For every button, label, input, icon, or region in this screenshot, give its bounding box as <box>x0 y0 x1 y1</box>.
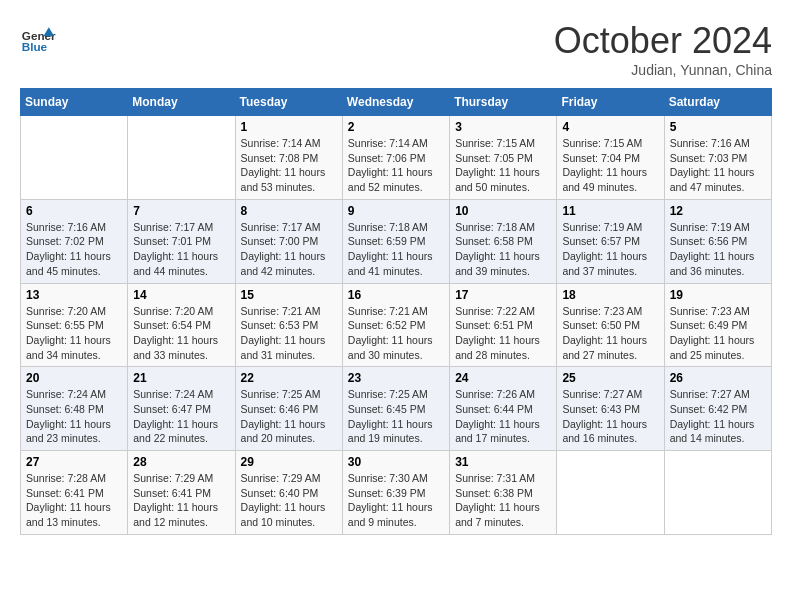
day-number: 30 <box>348 455 444 469</box>
calendar-cell: 9 Sunrise: 7:18 AMSunset: 6:59 PMDayligh… <box>342 199 449 283</box>
calendar-cell: 25 Sunrise: 7:27 AMSunset: 6:43 PMDaylig… <box>557 367 664 451</box>
day-number: 21 <box>133 371 229 385</box>
day-info: Sunrise: 7:16 AMSunset: 7:02 PMDaylight:… <box>26 221 111 277</box>
calendar-cell: 21 Sunrise: 7:24 AMSunset: 6:47 PMDaylig… <box>128 367 235 451</box>
calendar-cell: 7 Sunrise: 7:17 AMSunset: 7:01 PMDayligh… <box>128 199 235 283</box>
calendar-cell: 12 Sunrise: 7:19 AMSunset: 6:56 PMDaylig… <box>664 199 771 283</box>
calendar-table: SundayMondayTuesdayWednesdayThursdayFrid… <box>20 88 772 535</box>
calendar-cell: 10 Sunrise: 7:18 AMSunset: 6:58 PMDaylig… <box>450 199 557 283</box>
day-number: 6 <box>26 204 122 218</box>
day-number: 5 <box>670 120 766 134</box>
calendar-cell: 20 Sunrise: 7:24 AMSunset: 6:48 PMDaylig… <box>21 367 128 451</box>
day-number: 7 <box>133 204 229 218</box>
calendar-cell <box>557 451 664 535</box>
day-number: 10 <box>455 204 551 218</box>
day-number: 26 <box>670 371 766 385</box>
day-info: Sunrise: 7:19 AMSunset: 6:56 PMDaylight:… <box>670 221 755 277</box>
calendar-cell: 6 Sunrise: 7:16 AMSunset: 7:02 PMDayligh… <box>21 199 128 283</box>
day-number: 12 <box>670 204 766 218</box>
calendar-week-row: 13 Sunrise: 7:20 AMSunset: 6:55 PMDaylig… <box>21 283 772 367</box>
day-info: Sunrise: 7:21 AMSunset: 6:53 PMDaylight:… <box>241 305 326 361</box>
calendar-cell: 30 Sunrise: 7:30 AMSunset: 6:39 PMDaylig… <box>342 451 449 535</box>
calendar-cell: 19 Sunrise: 7:23 AMSunset: 6:49 PMDaylig… <box>664 283 771 367</box>
calendar-cell: 24 Sunrise: 7:26 AMSunset: 6:44 PMDaylig… <box>450 367 557 451</box>
day-info: Sunrise: 7:20 AMSunset: 6:54 PMDaylight:… <box>133 305 218 361</box>
calendar-cell: 16 Sunrise: 7:21 AMSunset: 6:52 PMDaylig… <box>342 283 449 367</box>
day-info: Sunrise: 7:29 AMSunset: 6:41 PMDaylight:… <box>133 472 218 528</box>
day-number: 31 <box>455 455 551 469</box>
day-number: 4 <box>562 120 658 134</box>
day-info: Sunrise: 7:16 AMSunset: 7:03 PMDaylight:… <box>670 137 755 193</box>
day-info: Sunrise: 7:18 AMSunset: 6:58 PMDaylight:… <box>455 221 540 277</box>
calendar-week-row: 20 Sunrise: 7:24 AMSunset: 6:48 PMDaylig… <box>21 367 772 451</box>
calendar-cell: 3 Sunrise: 7:15 AMSunset: 7:05 PMDayligh… <box>450 116 557 200</box>
day-info: Sunrise: 7:15 AMSunset: 7:04 PMDaylight:… <box>562 137 647 193</box>
day-number: 24 <box>455 371 551 385</box>
day-number: 11 <box>562 204 658 218</box>
day-info: Sunrise: 7:23 AMSunset: 6:49 PMDaylight:… <box>670 305 755 361</box>
calendar-cell <box>21 116 128 200</box>
day-number: 18 <box>562 288 658 302</box>
day-header-friday: Friday <box>557 89 664 116</box>
day-info: Sunrise: 7:18 AMSunset: 6:59 PMDaylight:… <box>348 221 433 277</box>
day-info: Sunrise: 7:29 AMSunset: 6:40 PMDaylight:… <box>241 472 326 528</box>
day-number: 25 <box>562 371 658 385</box>
day-info: Sunrise: 7:27 AMSunset: 6:42 PMDaylight:… <box>670 388 755 444</box>
day-info: Sunrise: 7:14 AMSunset: 7:06 PMDaylight:… <box>348 137 433 193</box>
calendar-cell: 22 Sunrise: 7:25 AMSunset: 6:46 PMDaylig… <box>235 367 342 451</box>
day-number: 20 <box>26 371 122 385</box>
day-info: Sunrise: 7:24 AMSunset: 6:47 PMDaylight:… <box>133 388 218 444</box>
day-number: 14 <box>133 288 229 302</box>
day-info: Sunrise: 7:28 AMSunset: 6:41 PMDaylight:… <box>26 472 111 528</box>
day-info: Sunrise: 7:25 AMSunset: 6:46 PMDaylight:… <box>241 388 326 444</box>
day-header-sunday: Sunday <box>21 89 128 116</box>
day-number: 2 <box>348 120 444 134</box>
day-header-wednesday: Wednesday <box>342 89 449 116</box>
day-info: Sunrise: 7:17 AMSunset: 7:00 PMDaylight:… <box>241 221 326 277</box>
day-info: Sunrise: 7:15 AMSunset: 7:05 PMDaylight:… <box>455 137 540 193</box>
calendar-cell: 28 Sunrise: 7:29 AMSunset: 6:41 PMDaylig… <box>128 451 235 535</box>
day-header-monday: Monday <box>128 89 235 116</box>
day-info: Sunrise: 7:14 AMSunset: 7:08 PMDaylight:… <box>241 137 326 193</box>
day-number: 16 <box>348 288 444 302</box>
day-number: 28 <box>133 455 229 469</box>
calendar-week-row: 1 Sunrise: 7:14 AMSunset: 7:08 PMDayligh… <box>21 116 772 200</box>
day-number: 22 <box>241 371 337 385</box>
day-info: Sunrise: 7:17 AMSunset: 7:01 PMDaylight:… <box>133 221 218 277</box>
day-info: Sunrise: 7:23 AMSunset: 6:50 PMDaylight:… <box>562 305 647 361</box>
calendar-cell: 23 Sunrise: 7:25 AMSunset: 6:45 PMDaylig… <box>342 367 449 451</box>
calendar-cell: 15 Sunrise: 7:21 AMSunset: 6:53 PMDaylig… <box>235 283 342 367</box>
day-number: 8 <box>241 204 337 218</box>
day-number: 1 <box>241 120 337 134</box>
day-info: Sunrise: 7:30 AMSunset: 6:39 PMDaylight:… <box>348 472 433 528</box>
calendar-cell: 8 Sunrise: 7:17 AMSunset: 7:00 PMDayligh… <box>235 199 342 283</box>
day-number: 23 <box>348 371 444 385</box>
calendar-cell: 14 Sunrise: 7:20 AMSunset: 6:54 PMDaylig… <box>128 283 235 367</box>
calendar-cell: 5 Sunrise: 7:16 AMSunset: 7:03 PMDayligh… <box>664 116 771 200</box>
day-header-tuesday: Tuesday <box>235 89 342 116</box>
page-header: General Blue October 2024 Judian, Yunnan… <box>20 20 772 78</box>
day-number: 19 <box>670 288 766 302</box>
calendar-cell <box>664 451 771 535</box>
day-info: Sunrise: 7:20 AMSunset: 6:55 PMDaylight:… <box>26 305 111 361</box>
calendar-header-row: SundayMondayTuesdayWednesdayThursdayFrid… <box>21 89 772 116</box>
day-number: 27 <box>26 455 122 469</box>
calendar-cell: 2 Sunrise: 7:14 AMSunset: 7:06 PMDayligh… <box>342 116 449 200</box>
location-subtitle: Judian, Yunnan, China <box>554 62 772 78</box>
logo-icon: General Blue <box>20 20 56 56</box>
day-info: Sunrise: 7:25 AMSunset: 6:45 PMDaylight:… <box>348 388 433 444</box>
calendar-cell: 11 Sunrise: 7:19 AMSunset: 6:57 PMDaylig… <box>557 199 664 283</box>
calendar-cell: 13 Sunrise: 7:20 AMSunset: 6:55 PMDaylig… <box>21 283 128 367</box>
calendar-cell: 17 Sunrise: 7:22 AMSunset: 6:51 PMDaylig… <box>450 283 557 367</box>
month-title: October 2024 <box>554 20 772 62</box>
day-info: Sunrise: 7:24 AMSunset: 6:48 PMDaylight:… <box>26 388 111 444</box>
calendar-cell <box>128 116 235 200</box>
calendar-cell: 4 Sunrise: 7:15 AMSunset: 7:04 PMDayligh… <box>557 116 664 200</box>
day-number: 3 <box>455 120 551 134</box>
day-number: 9 <box>348 204 444 218</box>
day-header-thursday: Thursday <box>450 89 557 116</box>
calendar-week-row: 6 Sunrise: 7:16 AMSunset: 7:02 PMDayligh… <box>21 199 772 283</box>
title-block: October 2024 Judian, Yunnan, China <box>554 20 772 78</box>
day-header-saturday: Saturday <box>664 89 771 116</box>
calendar-cell: 31 Sunrise: 7:31 AMSunset: 6:38 PMDaylig… <box>450 451 557 535</box>
